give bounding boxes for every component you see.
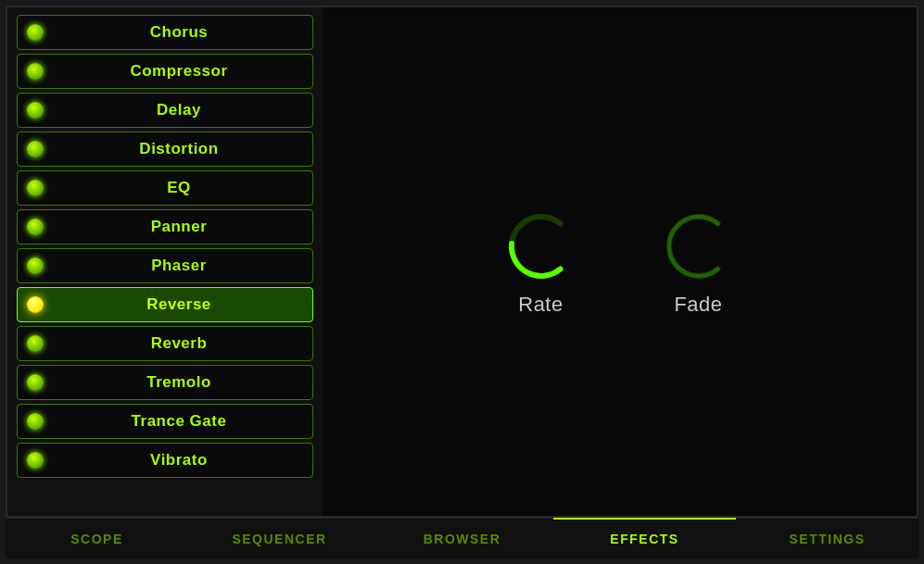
nav-tab-sequencer[interactable]: SEQUENCER — [188, 518, 371, 558]
label-phaser: Phaser — [55, 257, 303, 275]
led-distortion — [27, 141, 44, 157]
sidebar-item-delay[interactable]: Delay — [17, 93, 313, 128]
content-area: RateFade — [323, 7, 917, 516]
sidebar-item-chorus[interactable]: Chorus — [17, 15, 313, 50]
sidebar-item-tremolo[interactable]: Tremolo — [17, 365, 313, 400]
label-trance-gate: Trance Gate — [55, 412, 303, 431]
led-phaser — [27, 257, 44, 274]
sidebar-item-compressor[interactable]: Compressor — [17, 54, 313, 89]
led-panner — [27, 219, 44, 235]
label-vibrato: Vibrato — [55, 451, 303, 470]
nav-tab-settings[interactable]: SETTINGS — [736, 518, 918, 558]
label-chorus: Chorus — [55, 23, 303, 42]
label-reverse: Reverse — [55, 295, 303, 314]
sidebar: ChorusCompressorDelayDistortionEQPannerP… — [7, 7, 323, 516]
led-vibrato — [27, 452, 44, 469]
knobs-container: RateFade — [500, 207, 740, 317]
led-delay — [27, 102, 44, 119]
sidebar-item-vibrato[interactable]: Vibrato — [17, 443, 313, 478]
sidebar-item-distortion[interactable]: Distortion — [17, 132, 313, 167]
label-eq: EQ — [55, 179, 303, 197]
led-trance-gate — [27, 413, 44, 430]
sidebar-item-phaser[interactable]: Phaser — [17, 248, 313, 283]
knob-svg-fade — [657, 207, 740, 282]
led-reverse — [27, 296, 44, 313]
knob-label-rate: Rate — [518, 293, 563, 317]
knob-fade[interactable]: Fade — [657, 207, 740, 317]
label-tremolo: Tremolo — [55, 373, 303, 392]
led-tremolo — [27, 374, 44, 391]
sidebar-item-trance-gate[interactable]: Trance Gate — [17, 404, 313, 439]
nav-tab-effects[interactable]: EFFECTS — [553, 518, 736, 558]
sidebar-item-panner[interactable]: Panner — [17, 209, 313, 244]
led-chorus — [27, 24, 44, 41]
label-panner: Panner — [55, 218, 303, 236]
sidebar-item-reverse[interactable]: Reverse — [17, 287, 313, 322]
sidebar-item-eq[interactable]: EQ — [17, 170, 313, 206]
led-eq — [27, 180, 44, 196]
knob-svg-rate — [500, 207, 583, 282]
label-reverb: Reverb — [55, 334, 303, 353]
nav-tab-scope[interactable]: SCOPE — [6, 518, 188, 558]
led-compressor — [27, 63, 44, 80]
nav-tab-browser[interactable]: BROWSER — [371, 518, 553, 558]
label-compressor: Compressor — [55, 62, 303, 81]
label-distortion: Distortion — [55, 140, 303, 158]
bottom-nav: SCOPESEQUENCERBROWSEREFFECTSSETTINGS — [6, 518, 918, 558]
led-reverb — [27, 335, 44, 352]
knob-rate[interactable]: Rate — [500, 207, 583, 317]
knob-label-fade: Fade — [674, 293, 722, 317]
sidebar-item-reverb[interactable]: Reverb — [17, 326, 313, 361]
label-delay: Delay — [55, 101, 303, 119]
main-area: ChorusCompressorDelayDistortionEQPannerP… — [6, 6, 918, 518]
